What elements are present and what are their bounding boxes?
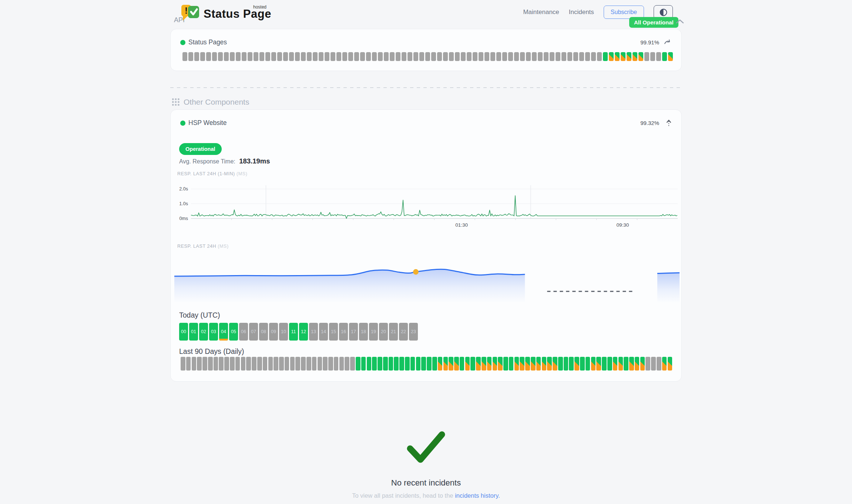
day-block — [356, 357, 360, 371]
response-time-line-chart: 2.0s1.0s0ms01:3009:30 — [174, 185, 681, 232]
day-block — [285, 357, 289, 371]
day-block — [657, 357, 661, 371]
uptime-bar — [662, 52, 667, 61]
uptime-bar — [615, 52, 620, 61]
hour-block: 21 — [389, 323, 398, 341]
day-block — [432, 357, 437, 371]
nav-link-maintenance[interactable]: Maintenance — [523, 9, 559, 16]
day-block — [503, 357, 508, 371]
day-block — [367, 357, 372, 371]
day-block — [531, 357, 536, 371]
uptime-percent: 99.91% — [640, 39, 659, 45]
day-block — [279, 357, 284, 371]
component-card-status-pages: Status Pages 99.91% — [170, 29, 682, 71]
day-block — [295, 357, 300, 371]
day-block — [405, 357, 410, 371]
day-block — [235, 357, 240, 371]
day-block — [618, 357, 623, 371]
day-block — [662, 357, 667, 371]
svg-text:2.0s: 2.0s — [179, 186, 188, 192]
uptime-bar — [567, 52, 572, 61]
uptime-bar — [218, 52, 223, 61]
hour-block: 12 — [299, 323, 308, 341]
uptime-bar — [319, 52, 323, 61]
collapse-group-icon[interactable] — [675, 18, 685, 26]
day-block — [596, 357, 601, 371]
hour-block: 20 — [379, 323, 388, 341]
status-dot — [180, 121, 185, 126]
collapse-component-icon[interactable] — [666, 119, 672, 129]
section-divider — [170, 87, 682, 88]
expand-component-icon[interactable] — [664, 38, 672, 47]
day-block — [454, 357, 459, 371]
uptime-bar — [573, 52, 578, 61]
uptime-bar — [579, 52, 584, 61]
uptime-bar — [188, 52, 193, 61]
uptime-bar — [556, 52, 560, 61]
today-title: Today (UTC) — [179, 311, 220, 319]
day-block — [547, 357, 552, 371]
day-block — [542, 357, 547, 371]
hour-block: 11 — [289, 323, 298, 341]
uptime-bar — [520, 52, 525, 61]
uptime-bar — [378, 52, 383, 61]
day-block — [449, 357, 453, 371]
uptime-bar — [236, 52, 241, 61]
day-block — [520, 357, 524, 371]
uptime-bar — [413, 52, 418, 61]
uptime-bar — [206, 52, 211, 61]
day-block — [197, 357, 202, 371]
day-block — [410, 357, 415, 371]
uptime-bar — [561, 52, 566, 61]
hour-block: 15 — [329, 323, 338, 341]
hour-block: 19 — [369, 323, 378, 341]
day-block — [487, 357, 492, 371]
uptime-bar — [194, 52, 199, 61]
today-hour-blocks: 0001020304050607080910111213141516171819… — [179, 323, 418, 341]
component-name: HSP Website — [188, 119, 227, 127]
uptime-bar — [425, 52, 430, 61]
day-block — [564, 357, 568, 371]
uptime-bar — [259, 52, 264, 61]
incidents-history-link[interactable]: incidents history. — [455, 492, 500, 499]
day-block — [427, 357, 432, 371]
day-block — [378, 357, 382, 371]
component-row[interactable]: HSP Website 99.32% — [180, 118, 672, 128]
svg-text:!: ! — [185, 6, 188, 16]
uptime-bar — [538, 52, 543, 61]
day-block — [252, 357, 256, 371]
day-block — [345, 357, 349, 371]
day-block — [645, 357, 650, 371]
day-block — [629, 357, 634, 371]
hour-block: 02 — [199, 323, 208, 341]
component-row[interactable]: Status Pages 99.91% — [180, 37, 672, 48]
hour-block: 05 — [229, 323, 238, 341]
day-block — [421, 357, 426, 371]
day-block — [586, 357, 590, 371]
day-block — [328, 357, 333, 371]
uptime-bar — [182, 52, 187, 61]
uptime-bar — [484, 52, 489, 61]
day-block — [208, 357, 213, 371]
hour-block: 10 — [279, 323, 288, 341]
day-block — [224, 357, 229, 371]
brand[interactable]: ! Status Page hosted — [181, 4, 271, 21]
hour-block: 01 — [189, 323, 198, 341]
uptime-bar — [200, 52, 205, 61]
uptime-percent: 99.32% — [640, 120, 659, 126]
day-block — [202, 357, 207, 371]
day-block — [607, 357, 612, 371]
nav-link-incidents[interactable]: Incidents — [569, 9, 594, 16]
uptime-bar — [254, 52, 258, 61]
hour-block: 17 — [349, 323, 358, 341]
hour-block: 08 — [259, 323, 268, 341]
day-block — [470, 357, 475, 371]
day-block — [498, 357, 503, 371]
day-block — [257, 357, 262, 371]
svg-text:0ms: 0ms — [179, 216, 188, 221]
component-name: Status Pages — [188, 38, 227, 46]
uptime-bar — [544, 52, 549, 61]
hour-block: 09 — [269, 323, 278, 341]
uptime-bar — [644, 52, 649, 61]
uptime-bar — [633, 52, 637, 61]
